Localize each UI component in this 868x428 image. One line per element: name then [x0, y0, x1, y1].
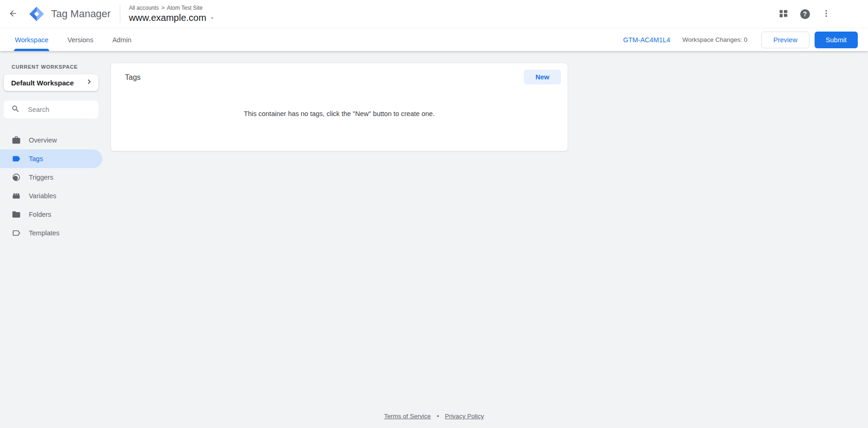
tab-workspace[interactable]: Workspace — [14, 28, 49, 51]
workspace-changes-label: Workspace Changes: — [682, 36, 742, 43]
footer-separator: • — [437, 413, 439, 420]
page-footer: Terms of Service • Privacy Policy — [0, 413, 868, 420]
terms-of-service-link[interactable]: Terms of Service — [384, 413, 431, 420]
container-id-link[interactable]: GTM-AC4M1L4 — [623, 36, 671, 44]
search-box — [4, 101, 98, 118]
tag-icon — [12, 154, 21, 163]
tab-bar: Workspace Versions Admin GTM-AC4M1L4 Wor… — [0, 28, 868, 51]
three-dots-icon — [822, 9, 831, 19]
folder-icon — [12, 210, 21, 219]
submit-button[interactable]: Submit — [815, 32, 858, 48]
sidebar-item-overview[interactable]: Overview — [0, 131, 102, 149]
workspace-changes: Workspace Changes: 0 — [682, 36, 747, 43]
sidebar-item-triggers[interactable]: Triggers — [0, 168, 102, 187]
header-divider — [120, 5, 120, 23]
apps-grid-icon — [778, 8, 789, 20]
tab-admin[interactable]: Admin — [111, 28, 132, 51]
caret-down-icon — [209, 14, 215, 23]
sidebar-item-label: Folders — [29, 211, 51, 218]
help-button[interactable]: ? — [796, 5, 814, 23]
tag-manager-logo-icon[interactable] — [29, 6, 45, 22]
sidebar-item-tags[interactable]: Tags — [0, 149, 102, 168]
sidebar-item-label: Triggers — [29, 174, 53, 181]
search-icon — [11, 104, 20, 115]
privacy-policy-link[interactable]: Privacy Policy — [445, 413, 484, 420]
tags-card-header: Tags New — [111, 63, 568, 84]
sidebar-item-label: Templates — [29, 229, 59, 237]
tabbar-actions: GTM-AC4M1L4 Workspace Changes: 0 Preview… — [623, 28, 868, 51]
tab-versions[interactable]: Versions — [66, 28, 94, 51]
container-selector[interactable]: www.example.com — [129, 13, 215, 23]
breadcrumb: All accounts > Atom Test Site www.exampl… — [129, 5, 215, 23]
content-area: CURRENT WORKSPACE Default Workspace — [0, 51, 868, 428]
more-options-button[interactable] — [817, 5, 835, 23]
help-icon: ? — [800, 9, 810, 19]
gtm-page: Tag Manager All accounts > Atom Test Sit… — [0, 0, 868, 428]
template-icon — [12, 228, 21, 238]
overview-icon — [12, 136, 21, 145]
variable-icon — [12, 191, 21, 201]
breadcrumb-all-accounts-link[interactable]: All accounts — [129, 5, 159, 11]
trigger-icon — [12, 173, 21, 182]
preview-button[interactable]: Preview — [761, 32, 809, 48]
breadcrumb-separator: > — [161, 5, 164, 11]
header-actions: ? — [774, 5, 868, 23]
sidebar-item-label: Tags — [29, 155, 43, 162]
sidebar-item-label: Variables — [29, 192, 56, 200]
breadcrumb-container-link[interactable]: Atom Test Site — [167, 5, 202, 11]
sidebar-nav: Overview Tags Triggers — [0, 131, 102, 242]
chevron-right-icon — [85, 77, 94, 88]
container-domain: www.example.com — [129, 13, 206, 23]
app-header: Tag Manager All accounts > Atom Test Sit… — [0, 0, 868, 28]
back-button[interactable] — [4, 5, 22, 23]
new-tag-button[interactable]: New — [524, 70, 561, 84]
sidebar-item-label: Overview — [29, 136, 57, 144]
sidebar: CURRENT WORKSPACE Default Workspace — [0, 51, 102, 242]
apps-grid-button[interactable] — [774, 5, 793, 23]
sidebar-item-templates[interactable]: Templates — [0, 224, 102, 242]
sidebar-item-folders[interactable]: Folders — [0, 205, 102, 224]
workspace-selector[interactable]: Default Workspace — [4, 74, 98, 91]
empty-state-message: This container has no tags, click the "N… — [111, 110, 568, 117]
current-workspace-label: CURRENT WORKSPACE — [12, 64, 102, 70]
workspace-name: Default Workspace — [11, 79, 85, 87]
workspace-changes-count: 0 — [744, 36, 748, 43]
card-title: Tags — [125, 70, 141, 82]
sidebar-item-variables[interactable]: Variables — [0, 187, 102, 205]
tags-card: Tags New This container has no tags, cli… — [111, 63, 568, 151]
main-panel: Tags New This container has no tags, cli… — [111, 63, 568, 151]
search-input[interactable] — [28, 106, 93, 113]
app-title: Tag Manager — [51, 8, 111, 20]
back-arrow-icon — [8, 9, 18, 19]
